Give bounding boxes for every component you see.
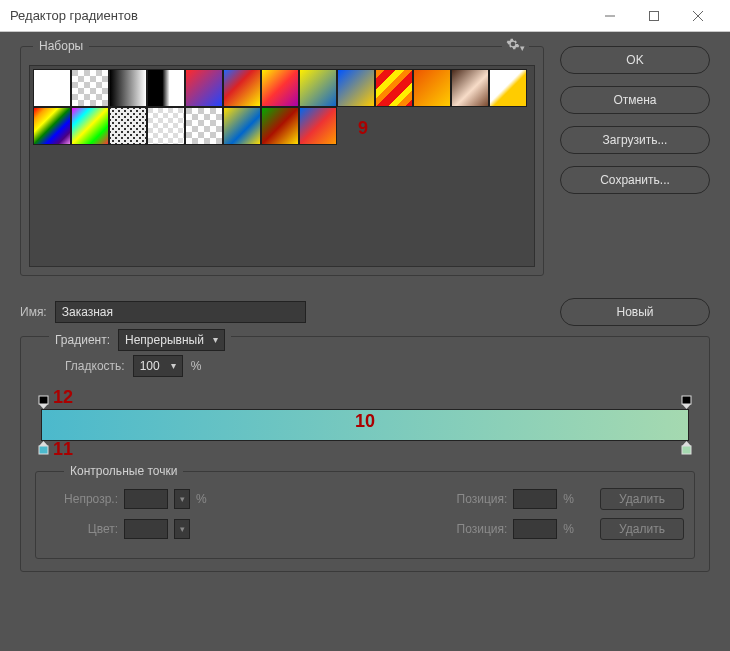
smoothness-pct: % xyxy=(191,359,202,373)
smoothness-field[interactable]: 100 ▾ xyxy=(133,355,183,377)
gradient-type-select[interactable]: Непрерывный ▾ xyxy=(118,329,225,351)
preset-swatch[interactable] xyxy=(413,69,451,107)
svg-marker-8 xyxy=(39,441,48,446)
svg-rect-6 xyxy=(682,396,691,404)
preset-swatch[interactable] xyxy=(223,107,261,145)
cancel-button[interactable]: Отмена xyxy=(560,86,710,114)
preset-swatch[interactable] xyxy=(71,107,109,145)
annotation-10: 10 xyxy=(355,411,375,432)
annotation-9: 9 xyxy=(358,118,368,139)
preset-swatch[interactable] xyxy=(109,69,147,107)
svg-rect-1 xyxy=(650,11,659,20)
preset-swatch[interactable] xyxy=(71,69,109,107)
preset-swatch[interactable] xyxy=(185,69,223,107)
preset-swatch[interactable] xyxy=(33,69,71,107)
svg-rect-9 xyxy=(39,446,48,454)
preset-swatch[interactable] xyxy=(147,107,185,145)
chevron-down-icon: ▾ xyxy=(213,334,218,345)
new-button[interactable]: Новый xyxy=(560,298,710,326)
preset-swatch[interactable] xyxy=(261,69,299,107)
color-well[interactable] xyxy=(124,519,168,539)
gradient-panel: Градиент: Непрерывный ▾ Гладкость: 100 ▾… xyxy=(20,336,710,572)
gradient-editor[interactable]: 12 10 11 xyxy=(41,389,689,463)
opacity-stepper[interactable]: ▾ xyxy=(174,489,190,509)
preset-swatch[interactable] xyxy=(147,69,185,107)
gradient-type-value: Непрерывный xyxy=(125,333,204,347)
smoothness-value: 100 xyxy=(140,359,160,373)
annotation-12: 12 xyxy=(53,387,73,408)
name-field[interactable] xyxy=(55,301,307,323)
svg-marker-10 xyxy=(682,441,691,446)
gradient-type-label: Градиент: xyxy=(55,333,110,347)
preset-swatch[interactable] xyxy=(299,69,337,107)
preset-swatch[interactable] xyxy=(375,69,413,107)
opacity-field[interactable] xyxy=(124,489,168,509)
color-position-field[interactable] xyxy=(513,519,557,539)
minimize-button[interactable] xyxy=(588,1,632,31)
annotation-11: 11 xyxy=(53,439,73,460)
position-pct-2: % xyxy=(563,522,574,536)
save-button[interactable]: Сохранить... xyxy=(560,166,710,194)
controlpoints-label: Контрольные точки xyxy=(64,464,183,478)
position-label-2: Позиция: xyxy=(457,522,508,536)
preset-swatch[interactable] xyxy=(33,107,71,145)
presets-panel: Наборы ▾ xyxy=(20,46,544,276)
smoothness-label: Гладкость: xyxy=(65,359,125,373)
color-stop[interactable] xyxy=(681,441,692,455)
presets-label: Наборы xyxy=(33,39,89,53)
name-label: Имя: xyxy=(20,305,47,319)
preset-swatch[interactable] xyxy=(109,107,147,145)
presets-list[interactable]: 9 xyxy=(29,65,535,267)
opacity-pct: % xyxy=(196,492,207,506)
preset-swatch[interactable] xyxy=(299,107,337,145)
delete-opacity-stop-button[interactable]: Удалить xyxy=(600,488,684,510)
position-label: Позиция: xyxy=(457,492,508,506)
preset-swatch[interactable] xyxy=(185,107,223,145)
color-stop[interactable] xyxy=(38,441,49,455)
delete-color-stop-button[interactable]: Удалить xyxy=(600,518,684,540)
gear-icon[interactable]: ▾ xyxy=(502,37,529,54)
opacity-label: Непрозр.: xyxy=(46,492,118,506)
color-stepper[interactable]: ▾ xyxy=(174,519,190,539)
position-pct: % xyxy=(563,492,574,506)
opacity-stop[interactable] xyxy=(38,395,49,409)
maximize-button[interactable] xyxy=(632,1,676,31)
chevron-down-icon: ▾ xyxy=(171,360,176,371)
svg-rect-11 xyxy=(682,446,691,454)
preset-swatch[interactable] xyxy=(489,69,527,107)
load-button[interactable]: Загрузить... xyxy=(560,126,710,154)
close-button[interactable] xyxy=(676,1,720,31)
controlpoints-panel: Контрольные точки Непрозр.: ▾ % Позиция:… xyxy=(35,471,695,559)
opacity-stop[interactable] xyxy=(681,395,692,409)
preset-swatch[interactable] xyxy=(337,69,375,107)
preset-swatch[interactable] xyxy=(223,69,261,107)
svg-rect-4 xyxy=(39,396,48,404)
window-title: Редактор градиентов xyxy=(10,8,588,23)
ok-button[interactable]: OK xyxy=(560,46,710,74)
opacity-position-field[interactable] xyxy=(513,489,557,509)
color-label: Цвет: xyxy=(46,522,118,536)
titlebar: Редактор градиентов xyxy=(0,0,730,32)
preset-swatch[interactable] xyxy=(451,69,489,107)
preset-swatch[interactable] xyxy=(261,107,299,145)
